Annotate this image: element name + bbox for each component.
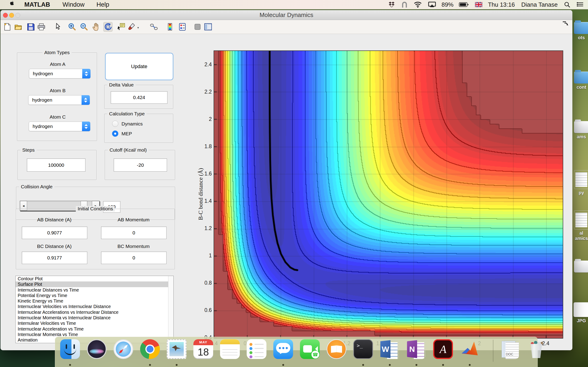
ab-momentum-field[interactable]: 0 — [101, 227, 166, 239]
steps-field[interactable]: 100000 — [27, 158, 86, 172]
dock-chrome-icon[interactable] — [140, 339, 160, 359]
dock-safari-icon[interactable] — [113, 339, 133, 359]
menu-user[interactable]: Diana Tanase — [521, 1, 558, 8]
bc-distance-field[interactable]: 0.9177 — [22, 252, 87, 264]
notification-center-icon[interactable] — [577, 2, 583, 7]
document-icon[interactable] — [574, 211, 588, 229]
contour-plot[interactable] — [214, 50, 563, 339]
plot-list-item[interactable]: Contour Plot — [16, 276, 173, 282]
plot-list-item[interactable]: Internuclear Accelerations vs Internucle… — [16, 309, 173, 315]
zoom-out-icon[interactable] — [79, 22, 89, 32]
folder-plain-icon[interactable] — [574, 261, 588, 273]
plot-list-item[interactable]: Internuclear Momenta vs Internuclear Dis… — [16, 315, 173, 320]
dock-terminal-icon[interactable]: >_ — [353, 339, 373, 359]
plot-list-item[interactable]: Kinetic Energy vs Time — [16, 298, 173, 304]
folder-blue-icon[interactable] — [574, 22, 588, 34]
listbox-scrollbar[interactable] — [168, 276, 173, 343]
menu-app-name[interactable]: MATLAB — [17, 0, 57, 9]
zoom-in-icon[interactable] — [68, 22, 77, 32]
airplay-icon[interactable] — [428, 2, 436, 8]
radio-off-icon[interactable] — [112, 121, 118, 127]
cutoff-field[interactable]: -20 — [114, 158, 167, 172]
menu-clock[interactable]: Thu 13:16 — [488, 1, 515, 8]
ab-distance-field[interactable]: 0.9077 — [22, 227, 87, 239]
menu-bar: MATLAB Window Help 89% Thu 13:16 — [0, 0, 588, 9]
dock-reminders-icon[interactable] — [247, 339, 267, 359]
delta-value-field[interactable]: 0.424 — [111, 91, 167, 104]
running-indicator — [362, 364, 364, 366]
running-indicator — [69, 364, 71, 366]
brush-icon[interactable] — [127, 22, 137, 32]
calendar-day: 18 — [193, 345, 213, 359]
radio-mep-label: MEP — [121, 131, 132, 136]
print-figure-icon[interactable] — [37, 22, 46, 32]
dock-siri-icon[interactable] — [87, 339, 107, 359]
dock-figure-icon[interactable] — [562, 21, 568, 26]
apple-logo-icon — [10, 0, 15, 7]
steps-label: Steps — [20, 147, 36, 153]
dock-calendar-icon[interactable]: MAY18 — [193, 339, 213, 359]
pes-contour-canvas[interactable] — [214, 51, 563, 338]
dock-mail-icon[interactable] — [167, 339, 187, 359]
dock-notes-icon[interactable] — [220, 339, 240, 359]
atom-a-select[interactable]: hydrogen — [29, 69, 90, 78]
stepper-icon[interactable] — [82, 69, 90, 78]
radio-dynamics[interactable]: Dynamics — [112, 121, 143, 127]
dock-books-icon[interactable] — [327, 339, 346, 359]
plot-list-item[interactable]: Internulear Velocities vs Time — [16, 320, 173, 326]
open-file-icon[interactable] — [14, 22, 23, 32]
plot-list-item[interactable]: Internuclear Momenta vs Time — [16, 332, 173, 337]
show-plot-tools-icon[interactable] — [204, 22, 213, 32]
window-titlebar[interactable]: Molecular Dynamics — [0, 10, 572, 20]
radio-on-icon[interactable] — [112, 131, 118, 137]
dock-onenote-icon[interactable]: N — [406, 339, 426, 359]
rotate-3d-icon[interactable] — [103, 22, 112, 32]
folder-blue-icon[interactable] — [574, 72, 588, 83]
plot-list-item[interactable]: Internuclear Velocities vs Internuclear … — [16, 304, 173, 309]
data-cursor-icon[interactable] — [117, 22, 126, 32]
photo-icon[interactable] — [573, 302, 588, 317]
new-figure-icon[interactable] — [3, 22, 12, 32]
stepper-icon[interactable] — [82, 122, 90, 131]
atom-c-select[interactable]: hydrogen — [29, 122, 90, 131]
insert-colorbar-icon[interactable] — [165, 22, 174, 32]
document-icon[interactable] — [574, 170, 588, 189]
menu-help[interactable]: Help — [90, 0, 115, 9]
apple-menu[interactable] — [0, 0, 17, 9]
dock-acrobat-icon[interactable]: A — [433, 339, 453, 359]
edit-plot-icon[interactable] — [54, 22, 63, 32]
update-button[interactable]: Update — [105, 53, 173, 80]
lock-icon[interactable] — [401, 1, 407, 8]
dock-messages-icon[interactable] — [273, 339, 293, 359]
uk-flag-icon[interactable] — [475, 2, 482, 7]
dock-documents-icon[interactable]: DOC — [500, 339, 519, 359]
plot-list-item[interactable]: Internuclear Distances vs Time — [16, 287, 173, 293]
radio-mep[interactable]: MEP — [112, 131, 132, 137]
y-tick-label: 1.2 — [192, 225, 212, 232]
menu-window[interactable]: Window — [57, 0, 90, 9]
y-tick-label: 2.4 — [192, 61, 212, 68]
dock-finder-icon[interactable] — [60, 339, 80, 359]
dock-facetime-icon[interactable]: ☎ — [300, 339, 320, 359]
link-plot-icon[interactable] — [149, 22, 158, 32]
plot-list-item[interactable]: Potential Energy vs Time — [16, 293, 173, 298]
brush-dropdown-icon[interactable]: ▾ — [137, 26, 139, 29]
dock-trash-icon[interactable] — [527, 339, 546, 359]
folder-plain-icon[interactable] — [574, 121, 588, 133]
dock-word-icon[interactable]: W — [380, 339, 400, 359]
spotlight-icon[interactable] — [564, 2, 570, 8]
plot-list-item[interactable]: Surface Plot — [16, 282, 173, 287]
bc-momentum-field[interactable]: 0 — [101, 252, 166, 264]
battery-icon — [459, 2, 468, 7]
dock-matlab-icon[interactable] — [460, 339, 480, 359]
pan-icon[interactable] — [91, 22, 101, 32]
dropbox-icon[interactable] — [388, 1, 395, 8]
atom-b-select[interactable]: hydrogen — [28, 95, 90, 105]
insert-legend-icon[interactable] — [178, 22, 187, 32]
wifi-icon[interactable] — [414, 2, 422, 8]
plot-type-listbox[interactable]: Contour PlotSurface PlotInternuclear Dis… — [15, 276, 174, 343]
save-figure-icon[interactable] — [26, 22, 35, 32]
stepper-icon[interactable] — [82, 95, 90, 105]
hide-plot-tools-icon[interactable] — [193, 22, 202, 32]
plot-list-item[interactable]: Internuclear Acceleration vs Time — [16, 326, 173, 332]
